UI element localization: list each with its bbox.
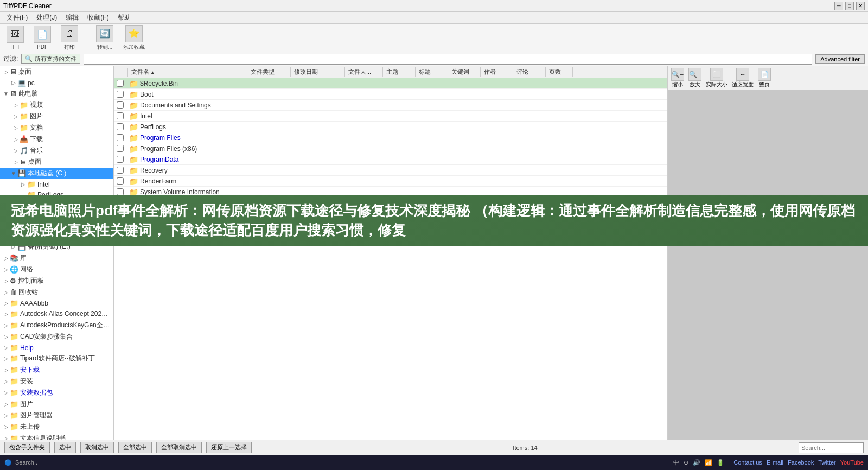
sidebar-item-install-pkg[interactable]: ▷ 📁 安装数据包 bbox=[0, 387, 113, 398]
tray-email[interactable]: E-mail bbox=[767, 459, 783, 466]
table-row[interactable]: 📁 Boot bbox=[114, 89, 667, 100]
sidebar-item-library[interactable]: ▷ 📚 库 bbox=[0, 252, 113, 264]
col-header-size[interactable]: 文件大... bbox=[345, 67, 383, 77]
sidebar-item-cad[interactable]: ▷ 📁 CAD安装步骤集合 bbox=[0, 331, 113, 342]
filter-input[interactable] bbox=[84, 54, 812, 65]
sidebar-item-network[interactable]: ▷ 🌐 网络 bbox=[0, 264, 113, 275]
file-checkbox[interactable] bbox=[114, 101, 126, 109]
sidebar-item-aaaabbb[interactable]: ▷ 📁 AAAAbbb bbox=[0, 298, 113, 308]
maximize-button[interactable]: □ bbox=[845, 2, 854, 10]
close-button[interactable]: ✕ bbox=[856, 2, 865, 10]
sidebar-item-not-uploaded[interactable]: ▷ 📁 未上传 bbox=[0, 421, 113, 433]
file-checkbox[interactable] bbox=[114, 188, 126, 195]
file-checkbox[interactable] bbox=[114, 177, 126, 185]
contact-us[interactable]: Contact us bbox=[733, 459, 762, 466]
sidebar-item-intel[interactable]: ▷ 📁 Intel bbox=[0, 179, 113, 189]
tiff-button[interactable]: 🖼 TIFF bbox=[3, 24, 27, 51]
sidebar-item-local-disk-c[interactable]: ▼ 💾 本地磁盘 (C:) bbox=[0, 168, 113, 179]
fit-page-button[interactable]: 📄 整页 bbox=[757, 67, 772, 90]
sidebar-item-recycle[interactable]: ▷ 🗑 回收站 bbox=[0, 287, 113, 298]
minimize-button[interactable]: ─ bbox=[834, 2, 843, 10]
col-header-author[interactable]: 作者 bbox=[481, 67, 513, 77]
col-header-keyword[interactable]: 关键词 bbox=[448, 67, 481, 77]
convert-button[interactable]: 🔄 转到... bbox=[93, 24, 117, 52]
sidebar-item-autodesk-key[interactable]: ▷ 📁 AutodeskProductsKeyGen全系列 bbox=[0, 320, 113, 331]
sidebar-label: AAAAbbb bbox=[20, 300, 48, 307]
col-header-date[interactable]: 修改日期 bbox=[291, 67, 345, 77]
sidebar-item-this-pc[interactable]: ▼ 🖥 此电脑 bbox=[0, 88, 113, 99]
sidebar-item-pictures[interactable]: ▷ 📁 图片 bbox=[0, 111, 113, 122]
window-controls[interactable]: ─ □ ✕ bbox=[834, 2, 865, 10]
search-input[interactable] bbox=[799, 442, 864, 453]
sidebar-item-desktop[interactable]: ▷ 🖥 桌面 bbox=[0, 66, 113, 78]
sidebar-item-control-panel[interactable]: ▷ ⚙ 控制面板 bbox=[0, 275, 113, 287]
deselect-button[interactable]: 取消选中 bbox=[80, 442, 114, 453]
file-checkbox[interactable] bbox=[114, 167, 126, 174]
expand-icon: ▷ bbox=[12, 148, 20, 154]
sidebar-item-tipard[interactable]: ▷ 📁 Tipard软件商店--破解补丁 bbox=[0, 353, 113, 364]
sidebar-item-autodesk-alias[interactable]: ▷ 📁 Autodesk Alias Concept 2020安装步 bbox=[0, 308, 113, 320]
file-checkbox[interactable] bbox=[114, 112, 126, 119]
advanced-filter-button[interactable]: Advanced filter bbox=[815, 54, 865, 64]
taskbar-search[interactable]: Search . bbox=[15, 459, 37, 466]
col-header-name[interactable]: 文件名 bbox=[128, 67, 247, 77]
menu-edit[interactable]: 编辑 bbox=[61, 12, 83, 23]
table-row[interactable]: 📁 RenderFarm bbox=[114, 176, 667, 187]
table-row[interactable]: 📁 ProgramData bbox=[114, 154, 667, 165]
sidebar-label: 本地磁盘 (C:) bbox=[28, 169, 66, 178]
col-header-comment[interactable]: 评论 bbox=[513, 67, 546, 77]
table-row[interactable]: 📁 Intel bbox=[114, 111, 667, 122]
col-header-title[interactable]: 标题 bbox=[416, 67, 448, 77]
sidebar-item-text-info[interactable]: ▷ 📁 文本信息说明书 bbox=[0, 433, 113, 440]
sidebar-item-videos[interactable]: ▷ 📁 视频 bbox=[0, 99, 113, 111]
tray-twitter[interactable]: Twitter bbox=[818, 459, 835, 466]
sidebar-item-img-manager[interactable]: ▷ 📁 图片管理器 bbox=[0, 410, 113, 421]
select-all-button[interactable]: 全部选中 bbox=[118, 442, 152, 453]
print-button[interactable]: 🖨 打印 bbox=[58, 24, 81, 52]
sidebar-item-downloads[interactable]: ▷ 📥 下载 bbox=[0, 134, 113, 145]
file-checkbox[interactable] bbox=[114, 80, 126, 87]
table-row[interactable]: 📁 Documents and Settings bbox=[114, 100, 667, 111]
taskbar-sep bbox=[41, 458, 41, 467]
select-button[interactable]: 选中 bbox=[54, 442, 76, 453]
file-checkbox[interactable] bbox=[114, 145, 126, 152]
file-checkbox[interactable] bbox=[114, 91, 126, 98]
file-checkbox[interactable] bbox=[114, 156, 126, 163]
sidebar-item-pc[interactable]: ▷ 💻 pc bbox=[0, 78, 113, 88]
actual-size-button[interactable]: ⬜ 实际大小 bbox=[705, 67, 729, 90]
tray-youtube[interactable]: YouTube bbox=[840, 459, 864, 466]
tray-icon-battery: 🔋 bbox=[717, 459, 724, 466]
menu-favorites[interactable]: 收藏(F) bbox=[83, 12, 113, 23]
sidebar-item-documents[interactable]: ▷ 📁 文档 bbox=[0, 122, 113, 134]
menu-process[interactable]: 处理(J) bbox=[32, 12, 61, 23]
restore-selection-button[interactable]: 还原上一选择 bbox=[206, 442, 252, 453]
col-header-type[interactable]: 文件类型 bbox=[247, 67, 291, 77]
sidebar-item-images[interactable]: ▷ 📁 图片 bbox=[0, 398, 113, 410]
pdf-button[interactable]: 📄 PDF bbox=[30, 24, 54, 51]
fit-width-button[interactable]: ↔ 适应宽度 bbox=[731, 67, 755, 90]
sidebar-item-music[interactable]: ▷ 🎵 音乐 bbox=[0, 145, 113, 156]
zoom-out-button[interactable]: 🔍− 缩小 bbox=[670, 67, 685, 90]
sidebar-item-desktop2[interactable]: ▷ 🖥 桌面 bbox=[0, 156, 113, 168]
col-header-subject[interactable]: 主题 bbox=[383, 67, 416, 77]
table-row[interactable]: 📁 PerfLogs bbox=[114, 122, 667, 132]
add-favorite-button[interactable]: ⭐ 添加收藏 bbox=[120, 24, 148, 52]
table-row[interactable]: 📁 $Recycle.Bin bbox=[114, 78, 667, 89]
menu-file[interactable]: 文件(F) bbox=[2, 12, 32, 23]
file-checkbox[interactable] bbox=[114, 134, 126, 141]
include-subfolders-button[interactable]: 包含子文件夹 bbox=[4, 442, 50, 453]
col-header-pages[interactable]: 页数 bbox=[546, 67, 573, 77]
sidebar-item-download2[interactable]: ▷ 📁 安下载 bbox=[0, 364, 113, 376]
table-row[interactable]: 📁 Program Files (x86) bbox=[114, 143, 667, 154]
tray-facebook[interactable]: Facebook bbox=[788, 459, 814, 466]
table-row[interactable]: 📁 Recovery bbox=[114, 165, 667, 176]
filter-badge[interactable]: 🔍 所有支持的文件 bbox=[21, 54, 80, 64]
expand-icon: ▷ bbox=[2, 355, 10, 361]
sidebar-item-install[interactable]: ▷ 📁 安装 bbox=[0, 376, 113, 387]
deselect-all-button[interactable]: 全部取消选中 bbox=[156, 442, 202, 453]
sidebar-item-help[interactable]: ▷ 📁 Help bbox=[0, 342, 113, 353]
zoom-in-button[interactable]: 🔍+ 放大 bbox=[687, 67, 703, 90]
table-row[interactable]: 📁 Program Files bbox=[114, 132, 667, 143]
menu-help[interactable]: 帮助 bbox=[113, 12, 135, 23]
file-checkbox[interactable] bbox=[114, 123, 126, 130]
